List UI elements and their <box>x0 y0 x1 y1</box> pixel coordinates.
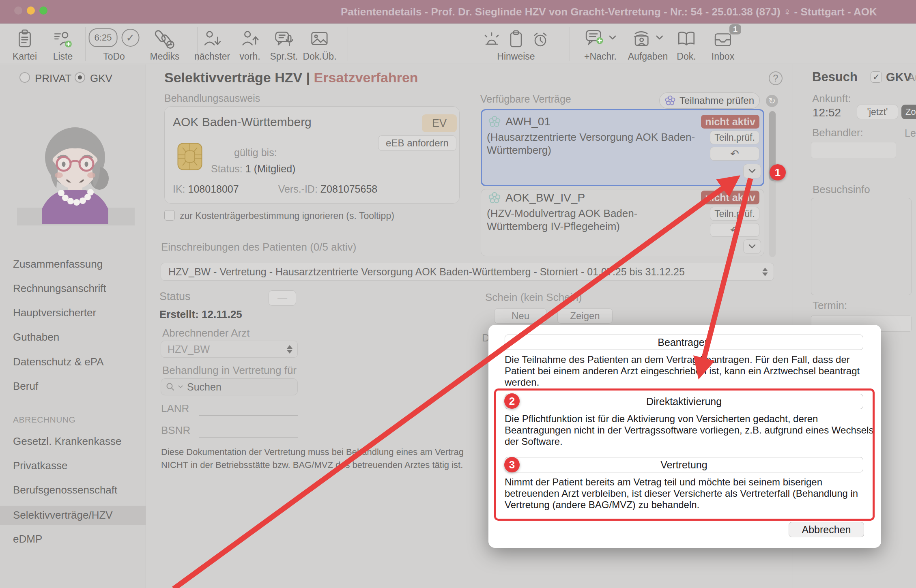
close-window-button[interactable] <box>14 6 22 15</box>
status-dash-button[interactable]: — <box>269 290 296 306</box>
liste-button[interactable]: Liste <box>53 26 73 62</box>
annotation-step-1: 1 <box>770 164 786 180</box>
mediks-button[interactable]: Mediks <box>150 26 180 62</box>
toolbar-divider <box>85 27 86 61</box>
teiln-pruef-button[interactable]: Teiln.prüf. <box>710 131 759 144</box>
gkv-checkbox[interactable]: ✓ <box>871 71 882 83</box>
title-bar: Patientendetails - Prof. Dr. Sieglinde H… <box>0 0 916 24</box>
eeb-anfordern-button[interactable]: eEB anfordern <box>378 135 456 151</box>
erstellt-label: Erstellt: 12.11.25 <box>159 308 242 321</box>
cut-dark-button[interactable]: Zo <box>901 105 916 119</box>
toolbar-divider <box>348 27 348 61</box>
vertretung-search-field[interactable] <box>161 378 298 395</box>
schein-label: Schein (kein Schein) <box>485 291 582 304</box>
contract-status-badge: nicht aktiv <box>701 191 759 204</box>
annotation-frame <box>494 388 875 521</box>
naechster-button[interactable]: nächster <box>194 26 230 62</box>
valid-until-label: gültig bis: <box>234 147 277 159</box>
kostentraeger-checkbox-label: zur Kostenträgerbestimmung ignorieren (s… <box>180 210 394 221</box>
abrechnender-arzt-select[interactable]: HZV_BW <box>161 341 298 358</box>
sidebar-item-hauptversicherter[interactable]: Hauptversicherter <box>13 307 96 319</box>
dokueb-button[interactable]: Dok.Üb. <box>303 26 336 62</box>
kostentraeger-checkbox[interactable] <box>164 210 175 221</box>
ik-row: IK: 108018007 Vers.-ID: Z081075658 <box>173 183 377 195</box>
search-input[interactable] <box>186 381 275 393</box>
besuch-title: Besuch <box>812 70 858 84</box>
privat-radio[interactable] <box>19 72 30 83</box>
vertretung-note-line2: NICHT in der Betriebsstätte bzw. BAG/MVZ… <box>161 460 486 470</box>
beantragen-button[interactable]: Beantragen <box>505 335 863 350</box>
window-title: Patientendetails - Prof. Dr. Sieglinde H… <box>341 6 877 18</box>
status-value: 1 (Mitglied) <box>245 163 296 174</box>
sidebar-item-rechnungsanschrift[interactable]: Rechnungsanschrift <box>13 282 106 295</box>
sidebar-item-berufsgenossenschaft[interactable]: Berufsgenossenschaft <box>13 484 117 496</box>
ankunft-label: Ankunft: <box>812 92 851 105</box>
schein-zeigen-button[interactable]: Zeigen <box>557 308 613 324</box>
sidebar-item-zusammenfassung[interactable]: Zusammenfassung <box>13 258 103 270</box>
bsnr-field[interactable] <box>199 437 298 438</box>
sidebar-item-beruf[interactable]: Beruf <box>13 380 38 393</box>
dokumente-button[interactable]: Dok. <box>676 26 697 62</box>
sidebar-section-abrechnung: ABRECHNUNG <box>13 415 75 425</box>
sidebar-item-guthaben[interactable]: Guthaben <box>13 331 59 343</box>
zoom-window-button[interactable] <box>39 6 47 15</box>
vorheriger-button[interactable]: vorh. <box>239 26 260 62</box>
undo-button[interactable]: ↶ <box>710 223 759 237</box>
lanr-field[interactable] <box>199 415 298 416</box>
refresh-icon[interactable]: ↻ <box>766 95 778 107</box>
annotation-step-2: 2 <box>504 393 520 409</box>
toolbar-label: Aufgaben <box>628 51 668 62</box>
sprechstunde-button[interactable]: Spr.St. <box>270 26 298 62</box>
toolbar-label: Hinweise <box>497 51 535 62</box>
contract-name: AWH_01 <box>505 115 550 128</box>
contract-actions-chevron-button[interactable] <box>743 239 761 254</box>
toolbar-divider <box>570 27 570 61</box>
patient-avatar <box>39 122 112 228</box>
sidebar-item-selektivvertraege-hzv[interactable]: Selektivverträge/HZV <box>13 509 113 521</box>
ik-value: 108018007 <box>188 183 239 195</box>
bsnr-label: BSNR <box>161 424 190 437</box>
help-button[interactable]: ? <box>769 71 783 85</box>
gkv-radio[interactable] <box>75 72 85 83</box>
contract-name: AOK_BW_IV_P <box>505 191 585 204</box>
besuchsinfo-textarea[interactable] <box>811 198 912 295</box>
alarm-clock-icon <box>531 29 550 49</box>
toolbar-label: Dok. <box>677 51 696 62</box>
toolbar-label: Mediks <box>150 51 180 62</box>
toolbar-label: Liste <box>53 51 73 62</box>
timer-icon: 6:25 <box>89 28 118 47</box>
flower-icon <box>488 116 501 128</box>
vertretung-note-line1: Diese Dokumentation der Vertretung muss … <box>161 447 486 457</box>
sidebar-item-gesetzl-krankenkasse[interactable]: Gesetzl. Krankenkasse <box>13 435 121 448</box>
chevron-down-icon <box>748 244 756 249</box>
behandler-field[interactable] <box>811 142 896 158</box>
aufgaben-button[interactable]: Aufgaben <box>628 26 668 62</box>
vertretung-fuer-label: Behandlung in Vertretung für <box>162 364 297 377</box>
toolbar-label: vorh. <box>239 51 260 62</box>
schein-neu-button[interactable]: Neu <box>494 308 547 324</box>
jetzt-button[interactable]: 'jetzt' <box>857 105 898 119</box>
cut-label-behandler: Let <box>905 127 916 139</box>
insurer-name: AOK Baden-Württemberg <box>173 115 312 129</box>
contract-actions-chevron-button[interactable] <box>743 164 761 178</box>
undo-button[interactable]: ↶ <box>710 147 759 161</box>
book-icon <box>676 26 697 49</box>
nachricht-button[interactable]: +Nachr. <box>584 26 617 62</box>
sidebar-item-datenschutz-epa[interactable]: Datenschutz & ePA <box>13 356 104 368</box>
einschreibung-select[interactable]: HZV_BW - Vertretung - Hausarztzentrierte… <box>161 263 774 281</box>
behandler-label: Behandler: <box>812 127 863 139</box>
teilnahme-pruefen-button[interactable]: Teilnahme prüfen <box>659 92 760 109</box>
siren-icon <box>482 29 501 49</box>
flower-icon <box>665 95 675 106</box>
sidebar-item-privatkasse[interactable]: Privatkasse <box>13 459 67 472</box>
todo-button[interactable]: 6:25 ✓ ToDo <box>89 26 140 62</box>
kartei-button[interactable]: Kartei <box>13 26 37 62</box>
cut-label-top-right: Au <box>908 71 916 84</box>
sidebar-item-edmp[interactable]: eDMP <box>13 533 42 545</box>
annotation-step-3: 3 <box>504 457 520 472</box>
chip-card-icon <box>177 143 202 172</box>
minimize-window-button[interactable] <box>27 6 35 15</box>
teiln-pruef-button[interactable]: Teiln.prüf. <box>710 207 759 221</box>
hinweise-button[interactable]: Hinweise <box>482 26 550 62</box>
abbrechen-button[interactable]: Abbrechen <box>789 522 864 537</box>
